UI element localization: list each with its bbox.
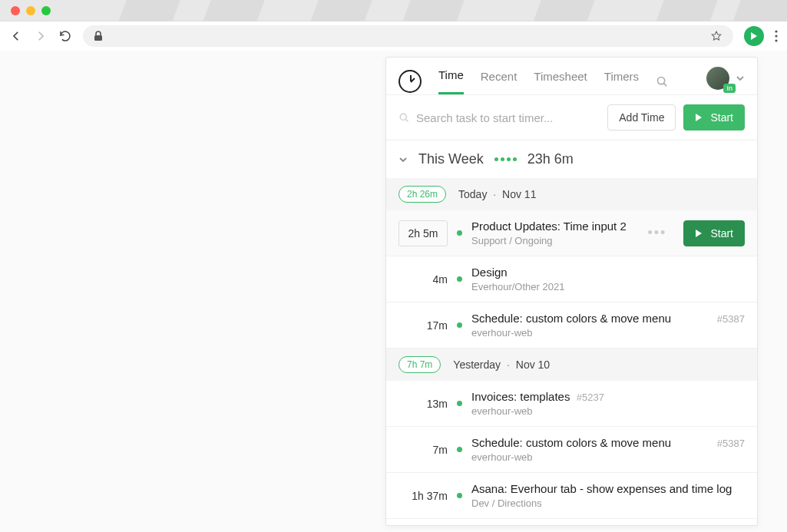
panel-header: Time Recent Timesheet Timers In <box>386 58 757 95</box>
tab-recent[interactable]: Recent <box>481 70 518 94</box>
start-button-label: Start <box>710 227 733 240</box>
entry-tag: #5387 <box>717 438 745 449</box>
svg-point-1 <box>775 30 777 32</box>
entry-start-button[interactable]: Start <box>683 220 745 246</box>
status-dot-icon <box>457 447 462 452</box>
tab-strip-texture <box>0 0 787 21</box>
entry-title: Schedule: custom colors & move menu <box>471 436 671 449</box>
week-day-dots <box>494 157 517 161</box>
day-total-pill: 7h 7m <box>398 356 441 373</box>
svg-rect-0 <box>94 35 102 41</box>
star-icon[interactable] <box>710 30 723 42</box>
action-row: Search task to start timer... Add Time S… <box>386 95 757 140</box>
search-placeholder: Search task to start timer... <box>416 111 553 124</box>
time-entry[interactable]: 1h 37mAsana: Everhour tab - show expense… <box>386 473 757 519</box>
add-time-button[interactable]: Add Time <box>607 104 676 131</box>
back-button[interactable] <box>9 29 23 43</box>
search-icon <box>398 112 410 124</box>
entry-time: 1h 37m <box>398 490 448 502</box>
chevron-down-icon[interactable] <box>736 74 745 83</box>
week-summary: This Week 23h 6m <box>386 140 757 178</box>
start-button-label: Start <box>710 111 733 124</box>
tab-timesheet[interactable]: Timesheet <box>534 70 587 94</box>
entry-meta: Product Updates: Time input 2Support / O… <box>471 220 639 246</box>
play-icon <box>695 114 703 121</box>
entry-sub: everhour-web <box>471 405 745 417</box>
start-button[interactable]: Start <box>683 104 745 131</box>
entry-meta: Asana: Everhour tab - show expenses and … <box>471 482 745 509</box>
entry-meta: DesignEverhour/Other 2021 <box>471 266 745 292</box>
status-dot-icon <box>457 493 462 498</box>
entry-title: Invoices: templates <box>471 390 570 403</box>
window-controls <box>11 6 51 15</box>
entry-tag: #5387 <box>717 313 745 325</box>
time-entry[interactable]: 13mInvoices: templates #5237everhour-web <box>386 381 757 427</box>
entry-title: Asana: Everhour tab - show expenses and … <box>471 482 732 495</box>
entry-meta: Schedule: custom colors & move menueverh… <box>471 312 745 339</box>
entry-time: 17m <box>398 319 448 332</box>
entry-title: Design <box>471 266 508 279</box>
entry-sub: Dev / Directions <box>471 497 745 509</box>
page-content: Time Recent Timesheet Timers In Se <box>0 51 787 532</box>
svg-point-4 <box>658 77 665 84</box>
day-header: 2h 26mToday · Nov 11 <box>386 178 757 210</box>
status-dot-icon <box>457 401 462 406</box>
day-total-pill: 2h 26m <box>398 186 446 203</box>
time-entry[interactable]: 4mDesignEverhour/Other 2021 <box>386 256 757 302</box>
status-dot-icon <box>457 276 462 282</box>
entry-time: 13m <box>398 398 448 410</box>
minimize-window-button[interactable] <box>26 6 35 15</box>
day-label: Today · Nov 11 <box>458 188 536 200</box>
avatar[interactable]: In <box>706 67 729 90</box>
lock-icon <box>94 31 103 41</box>
entries-list: 2h 26mToday · Nov 112h 5mProduct Updates… <box>386 178 757 525</box>
everhour-logo-icon <box>398 70 422 93</box>
day-header: 7h 7mYesterday · Nov 10 <box>386 349 757 381</box>
maximize-window-button[interactable] <box>41 6 51 15</box>
tab-timers[interactable]: Timers <box>604 70 639 94</box>
close-window-button[interactable] <box>11 6 20 15</box>
browser-toolbar <box>0 21 787 51</box>
panel-tabs: Time Recent Timesheet Timers <box>438 68 669 94</box>
browser-menu-button[interactable] <box>775 30 778 42</box>
status-dot-icon <box>457 322 462 328</box>
entry-sub: Support / Ongoing <box>471 235 639 246</box>
address-bar[interactable] <box>83 25 733 47</box>
entry-sub: Everhour/Other 2021 <box>471 281 745 292</box>
entry-title: Product Updates: Time input 2 <box>471 220 627 233</box>
time-entry[interactable]: 20mInvoices: UI tweaks [low]Dev / Direct… <box>386 519 757 525</box>
entry-time: 7m <box>398 444 448 456</box>
entry-meta: Invoices: templates #5237everhour-web <box>471 390 745 417</box>
everhour-panel: Time Recent Timesheet Timers In Se <box>385 57 758 526</box>
search-input[interactable]: Search task to start timer... <box>398 111 600 124</box>
entry-tag: #5237 <box>577 392 604 403</box>
reload-button[interactable] <box>58 29 72 43</box>
play-icon <box>695 230 703 237</box>
entry-time: 4m <box>398 273 448 286</box>
day-label: Yesterday · Nov 10 <box>453 359 550 371</box>
entry-meta: Schedule: custom colors & move menueverh… <box>471 436 745 463</box>
entry-title: Schedule: custom colors & move menu <box>471 312 671 325</box>
entry-sub: everhour-web <box>471 327 745 339</box>
forward-button[interactable] <box>34 29 48 43</box>
week-total: 23h 6m <box>527 151 574 167</box>
time-entry[interactable]: 17mSchedule: custom colors & move menuev… <box>386 302 757 349</box>
entry-time-input[interactable]: 2h 5m <box>398 220 448 246</box>
entry-sub: everhour-web <box>471 451 745 463</box>
svg-point-2 <box>775 35 777 37</box>
chevron-down-icon[interactable] <box>398 155 408 164</box>
time-entry[interactable]: 7mSchedule: custom colors & move menueve… <box>386 427 757 473</box>
browser-tab-strip <box>0 0 787 21</box>
search-icon[interactable] <box>656 75 669 88</box>
week-label: This Week <box>418 151 484 167</box>
status-dot-icon <box>457 230 462 236</box>
status-badge: In <box>723 84 736 93</box>
extension-play-button[interactable] <box>744 26 764 46</box>
svg-point-5 <box>400 114 406 120</box>
time-entry[interactable]: 2h 5mProduct Updates: Time input 2Suppor… <box>386 210 757 256</box>
more-icon[interactable]: ••• <box>648 225 667 241</box>
tab-time[interactable]: Time <box>438 68 464 94</box>
svg-point-3 <box>775 39 777 41</box>
